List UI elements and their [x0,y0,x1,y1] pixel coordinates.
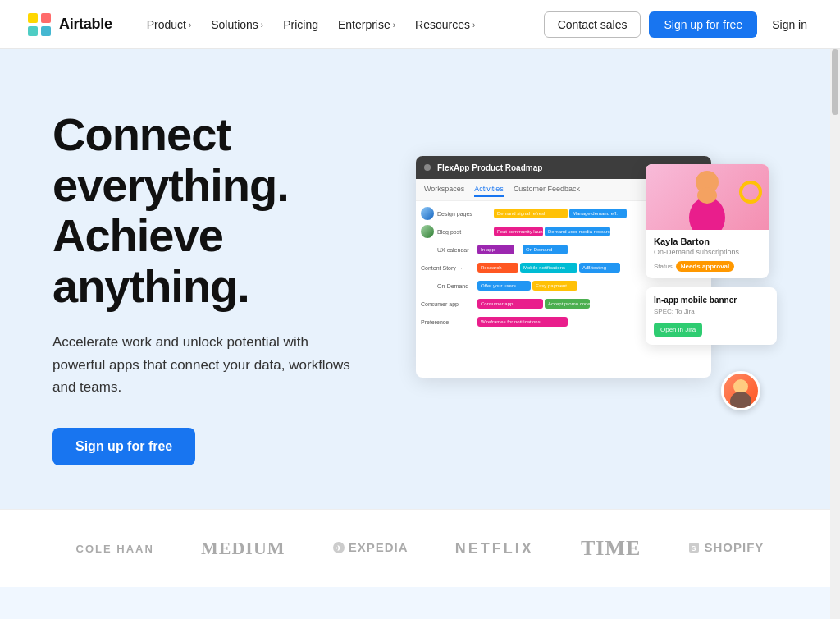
scrollbar[interactable] [830,0,840,619]
bar-item: Easy payment [532,281,578,291]
status-badge: Needs approval [676,261,735,272]
row-label: Preference [421,319,474,325]
logo-time: TIME [581,536,641,561]
avatar [421,207,434,220]
bar-item: Wireframes for notifications [477,317,568,327]
nav-resources[interactable]: Resources › [407,13,483,36]
kayla-info: Kayla Barton On-Demand subscriptions Sta… [646,230,769,278]
product-chevron-icon: › [189,21,191,30]
bar-item: Demand user media research [545,227,610,236]
solutions-chevron-icon: › [261,21,263,30]
nav-actions: Contact sales Sign up for free Sign in [544,11,814,38]
svg-rect-3 [41,26,51,36]
bar-item: Offer your users [477,281,531,291]
bar-item: Feat community launch [494,227,543,236]
kayla-photo [646,164,769,230]
logo-netflix: NETFLIX [455,540,534,557]
hero-headline: Connect everything. Achieve anything. [52,109,397,311]
bar-item: Mobile notifications [520,263,578,273]
scrollbar-thumb [832,49,838,115]
logo-expedia: ✈ Expedia [332,540,409,557]
resources-chevron-icon: › [472,21,475,30]
kayla-figure-svg [666,164,748,230]
row-label: Design pages [437,211,491,217]
bar-item: Accept promo code [545,299,590,309]
avatar [421,225,434,238]
bar-item: In-app [477,245,514,254]
svg-text:S: S [692,544,697,553]
open-in-jira-button[interactable]: Open in Jira [654,323,702,337]
row-label: Consumer app [421,301,474,307]
float-avatar-figure [724,374,758,408]
bar-item: Research [477,263,518,273]
logo-text: Airtable [59,16,112,33]
row-label: UX calendar [421,247,474,253]
svg-rect-2 [28,26,38,36]
row-label: Content Story → [421,265,474,271]
tab-workspaces[interactable]: Workspaces [424,182,464,197]
logo-link[interactable]: Airtable [26,11,112,38]
hero-left: Connect everything. Achieve anything. Ac… [52,109,397,465]
nav-pricing[interactable]: Pricing [275,13,326,36]
kayla-detail: On-Demand subscriptions [654,248,760,256]
float-avatar [721,371,760,410]
logos-section: COLE HAAN Medium ✈ Expedia NETFLIX TIME … [0,509,840,587]
kayla-card: Kayla Barton On-Demand subscriptions Sta… [646,164,769,278]
nav-product[interactable]: Product › [139,13,200,36]
bar-item: Consumer app [477,299,543,309]
tab-customer-feedback[interactable]: Customer Feedback [514,182,580,197]
nav-enterprise[interactable]: Enterprise › [330,13,404,36]
navbar: Airtable Product › Solutions › Pricing E… [0,0,840,49]
row-label: Blog post [437,229,491,235]
side-popup: In-app mobile banner SPEC: To Jira Open … [646,287,777,345]
nav-links: Product › Solutions › Pricing Enterprise… [139,13,544,36]
logo-shopify: S shopify [687,540,764,557]
bar-item: On Demand [523,245,568,254]
expedia-icon: ✈ [332,541,345,554]
kayla-name: Kayla Barton [654,236,760,246]
popup-sub: SPEC: To Jira [654,308,769,315]
svg-text:✈: ✈ [335,544,342,553]
svg-rect-0 [28,13,38,23]
hero-section: Connect everything. Achieve anything. Ac… [0,49,840,509]
svg-rect-1 [41,13,51,23]
popup-title: In-app mobile banner [654,296,769,305]
enterprise-chevron-icon: › [393,21,395,30]
hero-signup-button[interactable]: Sign up for free [52,428,195,465]
logo-cole-haan: COLE HAAN [76,543,154,555]
tab-activities[interactable]: Activities [474,182,504,197]
shopify-icon: S [687,541,701,554]
bar-item: Manage demand eff. [569,209,627,218]
svg-point-8 [730,392,751,408]
bar-item: A/B testing [579,263,620,273]
svg-point-6 [697,187,717,204]
logo-medium: Medium [201,538,285,559]
row-label: On-Demand [421,283,474,289]
bar-item: Demand signal refresh [494,209,568,218]
roadmap-title: FlexApp Product Roadmap [437,163,542,172]
hero-right: FlexApp Product Roadmap Workspaces Activ… [397,115,788,460]
hero-subtext: Accelerate work and unlock potential wit… [52,331,356,398]
status-label: Status [654,263,673,270]
nav-solutions[interactable]: Solutions › [203,13,272,36]
roadmap-widget: FlexApp Product Roadmap Workspaces Activ… [416,156,769,419]
airtable-logo-icon [26,11,52,38]
kayla-status: Status Needs approval [654,261,760,272]
nav-signup-button[interactable]: Sign up for free [649,11,757,38]
nav-signin-button[interactable]: Sign in [765,13,814,36]
contact-sales-button[interactable]: Contact sales [544,11,641,38]
